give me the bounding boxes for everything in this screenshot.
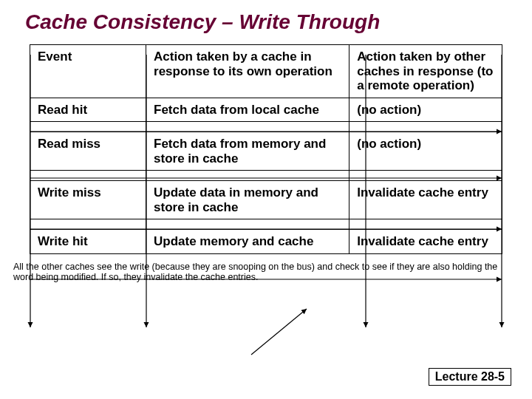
table-row: Read hit Fetch data from local cache (no… (30, 98, 502, 122)
cell-own: Fetch data from memory and store in cach… (146, 132, 349, 171)
cell-event: Write hit (30, 230, 146, 254)
table-row: Write miss Update data in memory and sto… (30, 181, 502, 219)
table-header-row: Event Action taken by a cache in respons… (30, 45, 502, 98)
cell-own: Fetch data from local cache (146, 98, 349, 122)
cell-own: Update memory and cache (146, 230, 349, 254)
cell-own: Update data in memory and store in cache (146, 181, 349, 219)
svg-line-8 (251, 309, 307, 355)
header-own-action: Action taken by a cache in response to i… (146, 45, 349, 98)
cell-other: (no action) (349, 98, 502, 122)
cell-event: Read miss (30, 132, 146, 171)
header-other-action: Action taken by other caches in response… (349, 45, 502, 98)
footnote-text: All the other caches see the write (beca… (0, 254, 532, 283)
cell-other: Invalidate cache entry (349, 230, 502, 254)
header-event: Event (30, 45, 146, 98)
consistency-table: Event Action taken by a cache in respons… (30, 44, 502, 254)
cell-other: Invalidate cache entry (349, 181, 502, 219)
table-row: Read miss Fetch data from memory and sto… (30, 132, 502, 171)
cell-event: Read hit (30, 98, 146, 122)
cell-other: (no action) (349, 132, 502, 171)
slide-number-label: Lecture 28-5 (429, 368, 511, 386)
cell-event: Write miss (30, 181, 146, 219)
slide-title: Cache Consistency – Write Through (0, 0, 532, 34)
table-row: Write hit Update memory and cache Invali… (30, 230, 502, 254)
